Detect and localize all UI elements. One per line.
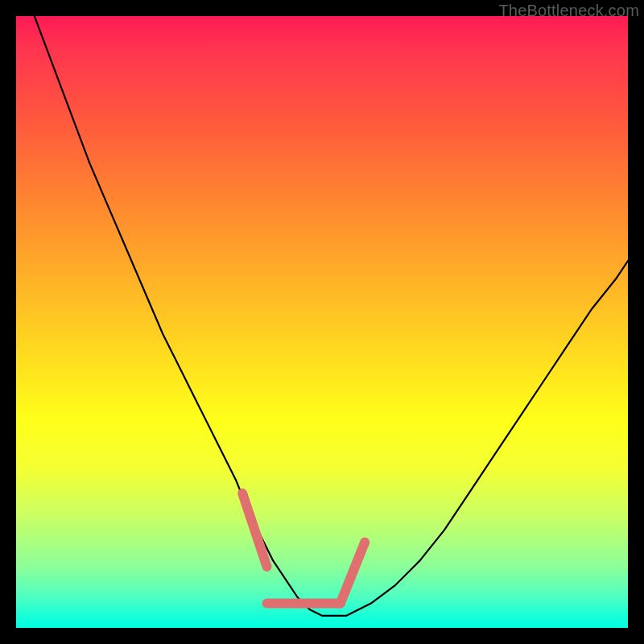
watermark-text: TheBottleneck.com	[498, 2, 639, 20]
left-slope-marker	[242, 493, 266, 567]
bottleneck-curve	[35, 16, 628, 616]
chart-frame: TheBottleneck.com	[0, 0, 644, 644]
plot-area	[16, 16, 628, 628]
marker-group	[242, 493, 365, 604]
right-slope-marker	[341, 543, 365, 604]
chart-svg	[16, 16, 628, 628]
